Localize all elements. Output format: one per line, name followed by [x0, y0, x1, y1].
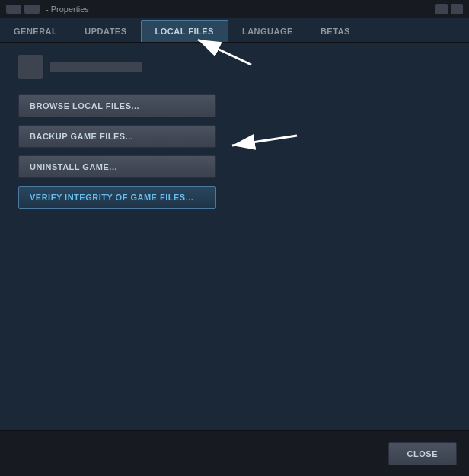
- tab-language[interactable]: LANGUAGE: [228, 20, 307, 42]
- window-controls: [436, 4, 463, 14]
- tab-local-files[interactable]: LOCAL FILES: [141, 20, 228, 42]
- app-icon-2: [24, 5, 40, 14]
- tab-updates[interactable]: UPDATES: [71, 20, 140, 42]
- game-info-row: [18, 55, 451, 79]
- tabs-bar: GENERAL UPDATES LOCAL FILES LANGUAGE BET…: [0, 18, 469, 43]
- content-area: BROWSE LOCAL FILES... BACKUP GAME FILES.…: [0, 43, 469, 228]
- minimize-button[interactable]: [436, 4, 448, 14]
- title-bar: - Properties: [0, 0, 469, 18]
- title-bar-left: - Properties: [6, 5, 89, 14]
- close-button[interactable]: [451, 4, 463, 14]
- window-title: - Properties: [46, 5, 89, 14]
- uninstall-game-button[interactable]: UNINSTALL GAME...: [18, 155, 216, 178]
- game-icon: [18, 55, 43, 79]
- verify-integrity-button[interactable]: VERIFY INTEGRITY OF GAME FILES...: [18, 186, 216, 209]
- game-title: [50, 62, 142, 72]
- title-bar-icons: [6, 5, 40, 14]
- close-dialog-button[interactable]: CLOSE: [388, 442, 457, 465]
- browse-local-files-button[interactable]: BROWSE LOCAL FILES...: [18, 94, 216, 117]
- backup-game-files-button[interactable]: BACKUP GAME FILES...: [18, 125, 216, 148]
- app-icon: [6, 5, 21, 14]
- bottom-bar: CLOSE: [0, 430, 469, 476]
- tab-betas[interactable]: BETAS: [307, 20, 364, 42]
- tab-general[interactable]: GENERAL: [0, 20, 71, 42]
